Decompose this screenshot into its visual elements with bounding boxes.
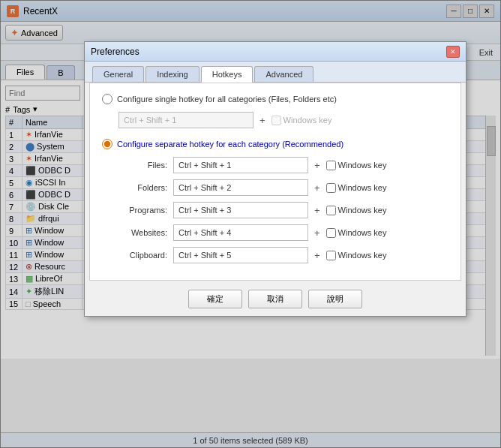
folders-windows-key: Windows key [326, 183, 387, 193]
files-windows-checkbox[interactable] [326, 161, 336, 170]
dialog-body: Configure single hotkey for all categori… [89, 83, 461, 281]
folders-label: Folders: [118, 183, 167, 192]
programs-hotkey-row: Programs: + Windows key [118, 202, 448, 218]
tab-indexing[interactable]: Indexing [146, 66, 200, 82]
files-windows-key: Windows key [326, 161, 387, 170]
folders-hotkey-input[interactable] [173, 179, 308, 196]
help-button[interactable]: 說明 [308, 290, 362, 308]
programs-windows-key: Windows key [326, 206, 387, 215]
websites-windows-checkbox[interactable] [326, 228, 336, 238]
programs-hotkey-input[interactable] [173, 202, 308, 218]
programs-windows-label: Windows key [338, 206, 387, 215]
folders-hotkey-row: Folders: + Windows key [118, 179, 448, 196]
websites-windows-label: Windows key [338, 228, 387, 237]
single-hotkey-option: Configure single hotkey for all categori… [102, 94, 448, 104]
tab-advanced[interactable]: Advanced [254, 66, 314, 82]
dialog-overlay: Preferences ✕ General Indexing Hotkeys A… [0, 0, 501, 448]
dialog-close-button[interactable]: ✕ [446, 46, 460, 58]
files-label: Files: [118, 161, 167, 170]
files-plus-icon: + [314, 160, 320, 171]
websites-hotkey-row: Websites: + Windows key [118, 224, 448, 241]
websites-windows-key: Windows key [326, 228, 387, 238]
clipboard-label: Clipboard: [118, 251, 167, 260]
clipboard-hotkey-input[interactable] [173, 247, 308, 263]
category-rows: Files: + Windows key Folders: + Windows … [118, 157, 448, 263]
files-hotkey-input[interactable] [173, 157, 308, 173]
folders-windows-checkbox[interactable] [326, 183, 336, 193]
separate-hotkey-radio[interactable] [102, 139, 112, 149]
files-windows-label: Windows key [338, 161, 387, 170]
folders-plus-icon: + [314, 182, 320, 194]
preferences-dialog: Preferences ✕ General Indexing Hotkeys A… [84, 41, 466, 317]
clipboard-plus-icon: + [314, 250, 320, 261]
cancel-button[interactable]: 取消 [248, 290, 302, 308]
single-hotkey-input[interactable] [118, 112, 254, 128]
dialog-footer: 確定 取消 說明 [85, 285, 466, 316]
programs-plus-icon: + [314, 205, 320, 216]
websites-plus-icon: + [314, 227, 320, 239]
single-hotkey-radio[interactable] [102, 94, 112, 104]
folders-windows-label: Windows key [338, 183, 387, 192]
single-windows-key: Windows key [272, 116, 332, 125]
clipboard-hotkey-row: Clipboard: + Windows key [118, 247, 448, 263]
ok-button[interactable]: 確定 [188, 290, 242, 308]
plus-icon: + [260, 115, 266, 126]
clipboard-windows-checkbox[interactable] [326, 251, 336, 260]
dialog-titlebar: Preferences ✕ [85, 42, 466, 62]
dialog-title: Preferences [91, 47, 446, 57]
single-hotkey-label: Configure single hotkey for all categori… [117, 95, 337, 104]
websites-label: Websites: [118, 228, 167, 237]
tab-general[interactable]: General [92, 66, 144, 82]
files-hotkey-row: Files: + Windows key [118, 157, 448, 173]
tab-hotkeys[interactable]: Hotkeys [201, 66, 254, 83]
single-windows-checkbox[interactable] [272, 116, 281, 125]
dialog-tabs: General Indexing Hotkeys Advanced [85, 62, 466, 83]
separate-hotkey-label: Configure separate hotkey for each categ… [117, 140, 344, 149]
programs-windows-checkbox[interactable] [326, 206, 336, 215]
single-hotkey-row: + Windows key [118, 112, 448, 128]
clipboard-windows-key: Windows key [326, 251, 387, 260]
single-windows-label: Windows key [284, 116, 332, 125]
websites-hotkey-input[interactable] [173, 224, 308, 241]
programs-label: Programs: [118, 206, 167, 215]
clipboard-windows-label: Windows key [338, 251, 387, 260]
separate-hotkey-option: Configure separate hotkey for each categ… [102, 139, 448, 149]
